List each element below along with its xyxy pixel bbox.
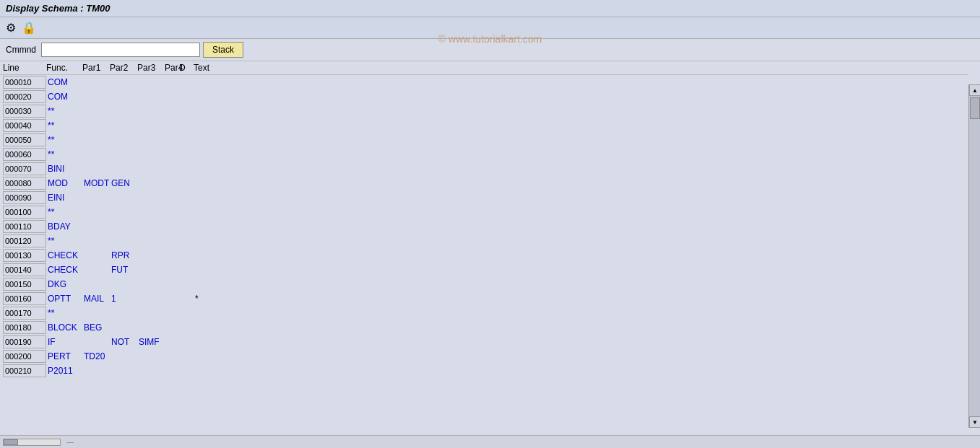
lock-icon[interactable]: 🔒 bbox=[22, 21, 36, 35]
column-headers: Line Func. Par1 Par2 Par3 Par4 D Text bbox=[0, 61, 968, 75]
cell-func: MOD bbox=[46, 178, 82, 188]
table-row[interactable]: 000040** bbox=[0, 118, 968, 133]
cell-line: 000060 bbox=[3, 148, 46, 161]
h-scroll-thumb[interactable] bbox=[4, 439, 18, 445]
cell-par1: BEG bbox=[82, 322, 110, 333]
table-row[interactable]: 000210P2011 bbox=[0, 364, 968, 378]
table-row[interactable]: 000180BLOCKBEG bbox=[0, 320, 968, 335]
table-row[interactable]: 000050** bbox=[0, 133, 968, 147]
command-bar: Cmmnd Stack bbox=[0, 39, 980, 61]
page-title: Display Schema : TM00 bbox=[6, 3, 110, 14]
cell-func: IF bbox=[46, 337, 82, 347]
cell-func: BDAY bbox=[46, 221, 82, 232]
table-row[interactable]: 000110BDAY bbox=[0, 219, 968, 234]
scroll-up-arrow[interactable]: ▲ bbox=[969, 84, 980, 96]
table-row[interactable]: 000080MODMODTGEN bbox=[0, 176, 968, 190]
cell-line: 000190 bbox=[3, 335, 46, 348]
command-label: Cmmnd bbox=[6, 45, 38, 55]
cell-par2: 1 bbox=[110, 294, 137, 304]
table-row[interactable]: 000200PERTTD20 bbox=[0, 349, 968, 364]
settings-icon[interactable]: ⚙ bbox=[6, 21, 16, 35]
table-row[interactable]: 000140CHECKFUT bbox=[0, 263, 968, 277]
cell-line: 000160 bbox=[3, 292, 46, 305]
cell-func: COM bbox=[46, 77, 82, 87]
cell-func: PERT bbox=[46, 351, 82, 361]
scroll-track bbox=[969, 96, 980, 416]
cell-func: CHECK bbox=[46, 265, 82, 275]
table-row[interactable]: 000130CHECKRPR bbox=[0, 248, 968, 263]
cell-line: 000130 bbox=[3, 249, 46, 262]
cell-line: 000120 bbox=[3, 234, 46, 247]
scroll-thumb[interactable] bbox=[970, 97, 980, 119]
table-row[interactable]: 000170** bbox=[0, 306, 968, 320]
cell-line: 000210 bbox=[3, 364, 46, 377]
table-row[interactable]: 000010COM bbox=[0, 75, 968, 89]
table-row[interactable]: 000070BINI bbox=[0, 162, 968, 176]
table-row[interactable]: 000150DKG bbox=[0, 277, 968, 291]
cell-line: 000070 bbox=[3, 162, 46, 175]
bottom-separator: — bbox=[66, 438, 74, 446]
cell-func: CHECK bbox=[46, 250, 82, 260]
cell-func: ** bbox=[46, 135, 82, 145]
cell-line: 000140 bbox=[3, 263, 46, 276]
cell-par2: GEN bbox=[110, 178, 137, 188]
data-rows-container: 000010COM000020COM000030**000040**000050… bbox=[0, 75, 968, 378]
col-header-par3: Par3 bbox=[137, 63, 165, 73]
main-area: Line Func. Par1 Par2 Par3 Par4 D Text 00… bbox=[0, 61, 980, 441]
horizontal-scrollbar[interactable] bbox=[3, 439, 61, 446]
cell-line: 000200 bbox=[3, 350, 46, 363]
cell-func: OPTT bbox=[46, 294, 82, 304]
cell-line: 000090 bbox=[3, 191, 46, 204]
title-bar: Display Schema : TM00 bbox=[0, 0, 980, 17]
cell-func: BLOCK bbox=[46, 322, 82, 333]
cell-func: P2011 bbox=[46, 366, 82, 376]
table-row[interactable]: 000090EINI bbox=[0, 190, 968, 205]
col-header-func: Func. bbox=[46, 63, 82, 73]
cell-line: 000030 bbox=[3, 105, 46, 118]
cell-par1: TD20 bbox=[82, 351, 110, 361]
cell-func: EINI bbox=[46, 193, 82, 203]
cell-par1: MODT bbox=[82, 178, 110, 188]
right-scrollbar[interactable]: ▲ ▼ bbox=[968, 84, 980, 428]
table-row[interactable]: 000060** bbox=[0, 147, 968, 162]
cell-line: 000080 bbox=[3, 177, 46, 190]
cell-par2: NOT bbox=[110, 337, 137, 347]
col-header-par4: Par4 bbox=[165, 63, 179, 73]
cell-func: ** bbox=[46, 308, 82, 318]
col-header-line: Line bbox=[3, 63, 46, 73]
col-header-par1: Par1 bbox=[82, 63, 110, 73]
cell-line: 000020 bbox=[3, 90, 46, 103]
cell-line: 000110 bbox=[3, 220, 46, 233]
command-input[interactable] bbox=[41, 43, 200, 57]
table-row[interactable]: 000020COM bbox=[0, 89, 968, 104]
table-row[interactable]: 000160OPTTMAIL1* bbox=[0, 291, 968, 306]
cell-line: 000180 bbox=[3, 321, 46, 334]
stack-button[interactable]: Stack bbox=[203, 42, 243, 58]
toolbar: ⚙ 🔒 © www.tutorialkart.com bbox=[0, 17, 980, 39]
col-header-text: Text bbox=[194, 63, 302, 73]
table-row[interactable]: 000100** bbox=[0, 205, 968, 219]
cell-line: 000050 bbox=[3, 133, 46, 146]
cell-func: BINI bbox=[46, 164, 82, 174]
cell-par1: MAIL bbox=[82, 294, 110, 304]
cell-func: ** bbox=[46, 120, 82, 131]
cell-func: ** bbox=[46, 106, 82, 116]
cell-par3: SIMF bbox=[137, 337, 165, 347]
cell-line: 000150 bbox=[3, 278, 46, 291]
table-row[interactable]: 000120** bbox=[0, 234, 968, 248]
table-row[interactable]: 000190IFNOTSIMF bbox=[0, 335, 968, 349]
cell-line: 000010 bbox=[3, 76, 46, 89]
cell-line: 000170 bbox=[3, 307, 46, 320]
scroll-down-arrow[interactable]: ▼ bbox=[969, 416, 980, 428]
cell-line: 000040 bbox=[3, 119, 46, 132]
col-header-d: D bbox=[179, 63, 194, 73]
cell-func: ** bbox=[46, 207, 82, 217]
cell-par2: RPR bbox=[110, 250, 137, 260]
table-row[interactable]: 000030** bbox=[0, 104, 968, 118]
cell-text: * bbox=[194, 294, 302, 304]
cell-func: COM bbox=[46, 92, 82, 102]
bottom-bar: — bbox=[0, 435, 980, 448]
cell-func: ** bbox=[46, 236, 82, 246]
cell-func: ** bbox=[46, 149, 82, 159]
cell-line: 000100 bbox=[3, 206, 46, 219]
